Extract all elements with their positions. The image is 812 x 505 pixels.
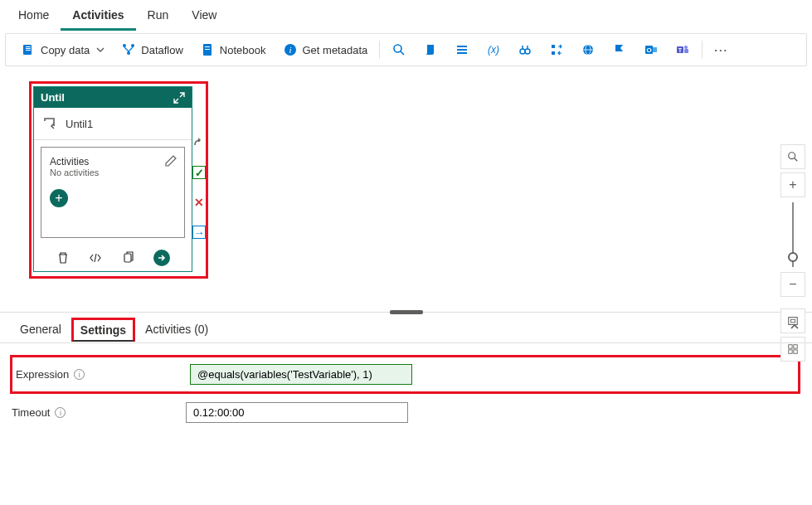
zoom-slider-thumb[interactable] xyxy=(788,252,798,262)
svg-point-12 xyxy=(394,45,401,52)
svg-text:O: O xyxy=(647,46,652,54)
svg-rect-15 xyxy=(457,49,467,51)
list-icon xyxy=(455,42,469,57)
copy-icon[interactable] xyxy=(121,250,136,265)
svg-point-18 xyxy=(520,49,525,54)
tab-home[interactable]: Home xyxy=(7,3,61,31)
completion-handle-icon[interactable]: → xyxy=(192,226,206,239)
script-activity-button[interactable] xyxy=(416,39,445,61)
reorder-icon xyxy=(549,42,564,57)
pipeline-canvas[interactable]: Until Until1 Activities No activities + … xyxy=(0,68,812,313)
svg-text:i: i xyxy=(289,45,291,55)
notebook-label: Notebook xyxy=(220,44,266,56)
toolbar-separator xyxy=(702,41,703,59)
search-icon xyxy=(391,42,406,57)
tab-settings[interactable]: Settings xyxy=(71,318,135,342)
activities-container[interactable]: Activities No activities + xyxy=(41,147,185,238)
svg-point-5 xyxy=(131,44,134,47)
svg-rect-37 xyxy=(789,345,792,348)
card-name-row: Until1 xyxy=(34,108,192,140)
timeout-input[interactable] xyxy=(186,402,408,423)
card-footer xyxy=(34,245,192,271)
svg-point-19 xyxy=(525,49,530,54)
zoom-in-button[interactable]: + xyxy=(780,172,805,197)
expression-row: Expression i xyxy=(10,355,800,394)
tab-general[interactable]: General xyxy=(10,316,71,342)
tab-run[interactable]: Run xyxy=(136,3,181,31)
copy-data-label: Copy data xyxy=(41,44,90,56)
notebook-icon xyxy=(200,42,215,57)
dataflow-label: Dataflow xyxy=(141,44,183,56)
svg-point-33 xyxy=(789,153,795,159)
notebook-button[interactable]: Notebook xyxy=(193,39,273,61)
tab-activities-list[interactable]: Activities (0) xyxy=(135,316,218,342)
web-activity-button[interactable] xyxy=(574,39,602,61)
delete-icon[interactable] xyxy=(56,250,71,265)
top-tab-bar: Home Activities Run View xyxy=(0,0,812,32)
card-header[interactable]: Until xyxy=(34,87,192,108)
list-activity-button[interactable] xyxy=(448,39,476,61)
svg-point-4 xyxy=(123,44,126,47)
property-panel-tabs: General Settings Activities (0) xyxy=(0,313,812,343)
edit-icon[interactable] xyxy=(164,154,177,168)
successencil-handle-icon[interactable]: ✓ xyxy=(192,166,206,179)
card-title: Until xyxy=(41,91,65,104)
svg-rect-3 xyxy=(26,50,31,51)
outlook-icon: O xyxy=(644,42,659,57)
chevron-down-icon xyxy=(96,44,105,56)
expression-input[interactable] xyxy=(190,364,412,385)
dataflow-button[interactable]: Dataflow xyxy=(114,39,190,61)
copy-data-icon xyxy=(21,42,36,57)
toolbar-more-button[interactable]: ··· xyxy=(707,44,735,56)
activities-toolbar: Copy data Dataflow Notebook i Get metada… xyxy=(5,33,807,66)
lookup-activity-button[interactable] xyxy=(511,39,539,61)
skip-handle-icon[interactable] xyxy=(192,136,206,149)
dataflow-icon xyxy=(121,42,136,57)
variable-activity-button[interactable]: (x) xyxy=(479,39,508,61)
add-activity-button[interactable]: + xyxy=(50,189,68,207)
toolbar-separator xyxy=(379,41,380,59)
run-icon[interactable] xyxy=(153,250,170,266)
search-activity-button[interactable] xyxy=(385,39,413,61)
svg-rect-40 xyxy=(794,350,797,353)
failure-handle-icon[interactable]: ✕ xyxy=(192,196,206,209)
globe-icon xyxy=(581,42,596,57)
svg-point-6 xyxy=(127,51,130,55)
svg-line-13 xyxy=(401,51,404,55)
collapse-panel-icon[interactable] xyxy=(789,321,800,335)
until-activity-card[interactable]: Until Until1 Activities No activities + xyxy=(33,86,192,272)
svg-rect-32 xyxy=(124,254,131,262)
outlook-activity-button[interactable]: O xyxy=(637,39,665,61)
svg-rect-20 xyxy=(552,45,555,48)
tab-activities[interactable]: Activities xyxy=(61,3,135,31)
teams-icon: T xyxy=(675,42,690,57)
canvas-search-button[interactable] xyxy=(780,144,805,169)
loop-icon xyxy=(42,116,57,131)
script-icon xyxy=(423,42,438,57)
activities-label: Activities xyxy=(50,156,176,168)
reorder-activity-button[interactable] xyxy=(542,39,571,61)
expand-icon[interactable] xyxy=(173,92,185,104)
timeout-label: Timeout i xyxy=(12,406,186,419)
copy-data-button[interactable]: Copy data xyxy=(14,39,111,61)
zoom-slider[interactable] xyxy=(792,202,794,267)
flag-icon xyxy=(612,42,627,57)
info-icon[interactable]: i xyxy=(74,369,85,380)
get-metadata-button[interactable]: i Get metadata xyxy=(276,39,375,61)
code-icon[interactable] xyxy=(88,250,103,265)
teams-activity-button[interactable]: T xyxy=(669,39,697,61)
svg-rect-31 xyxy=(684,49,688,53)
binoculars-icon xyxy=(518,42,532,57)
zoom-out-button[interactable]: − xyxy=(780,272,805,297)
svg-rect-2 xyxy=(26,48,31,49)
info-icon[interactable]: i xyxy=(55,407,66,418)
svg-rect-39 xyxy=(789,350,792,353)
svg-point-30 xyxy=(684,46,688,49)
expression-label: Expression i xyxy=(16,368,190,381)
azure-activity-button[interactable] xyxy=(605,39,634,61)
activity-name: Until1 xyxy=(66,118,93,130)
svg-rect-8 xyxy=(205,46,210,47)
tab-view[interactable]: View xyxy=(180,3,228,31)
svg-text:(x): (x) xyxy=(488,44,499,56)
svg-text:T: T xyxy=(678,47,683,53)
